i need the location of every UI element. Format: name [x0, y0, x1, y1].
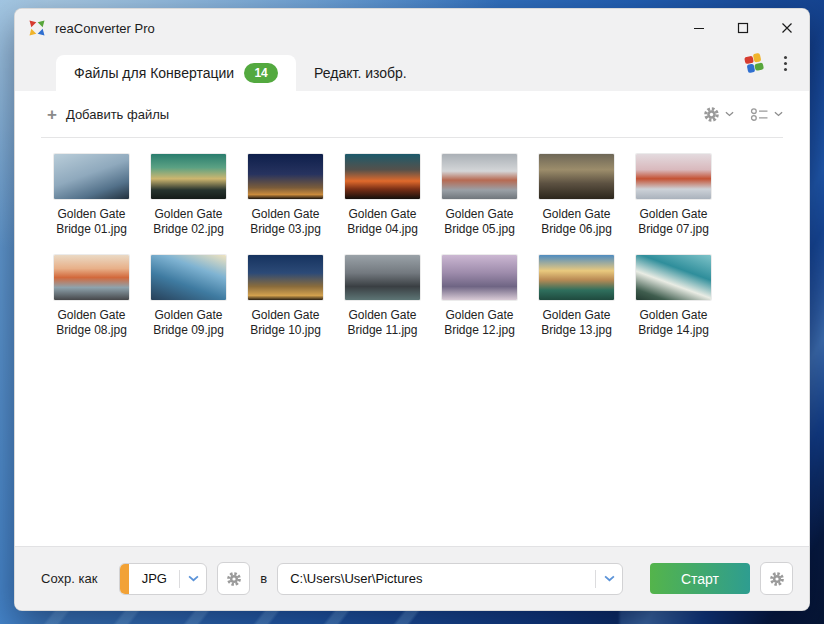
file-thumbnail[interactable] [248, 154, 323, 199]
file-thumbnail[interactable] [442, 255, 517, 300]
chevron-down-icon [725, 111, 734, 117]
minimize-button[interactable] [677, 9, 721, 47]
gear-icon [226, 571, 242, 587]
chevron-down-icon[interactable] [180, 575, 206, 582]
add-files-label: Добавить файлы [66, 107, 169, 122]
file-item[interactable]: Golden Gate Bridge 04.jpg [334, 154, 431, 237]
view-mode-dropdown[interactable] [750, 107, 783, 122]
gear-icon [769, 571, 785, 587]
advanced-settings-button[interactable] [760, 562, 793, 595]
file-item[interactable]: Golden Gate Bridge 09.jpg [140, 255, 237, 338]
add-files-button[interactable]: + Добавить файлы [41, 102, 175, 127]
file-thumbnail[interactable] [151, 255, 226, 300]
file-thumbnail[interactable] [345, 255, 420, 300]
app-logo-icon [27, 18, 47, 38]
file-count-badge: 14 [244, 63, 278, 83]
file-thumbnail[interactable] [636, 255, 711, 300]
file-item[interactable]: Golden Gate Bridge 12.jpg [431, 255, 528, 338]
file-item[interactable]: Golden Gate Bridge 08.jpg [43, 255, 140, 338]
file-item[interactable]: Golden Gate Bridge 13.jpg [528, 255, 625, 338]
file-thumbnail[interactable] [151, 154, 226, 199]
features-pinwheel-icon[interactable] [742, 51, 766, 75]
destination-path-combo[interactable] [277, 563, 623, 595]
list-settings-dropdown[interactable] [703, 106, 734, 123]
tab-label: Редакт. изобр. [314, 65, 407, 81]
tab-label: Файлы для Конвертации [74, 65, 234, 81]
format-settings-button[interactable] [217, 562, 250, 595]
file-item[interactable]: Golden Gate Bridge 03.jpg [237, 154, 334, 237]
file-name: Golden Gate Bridge 03.jpg [240, 207, 332, 237]
file-name: Golden Gate Bridge 11.jpg [337, 308, 429, 338]
file-item[interactable]: Golden Gate Bridge 06.jpg [528, 154, 625, 237]
main-content: + Добавить файлы [15, 91, 809, 546]
file-item[interactable]: Golden Gate Bridge 01.jpg [43, 154, 140, 237]
file-item[interactable]: Golden Gate Bridge 02.jpg [140, 154, 237, 237]
file-item[interactable]: Golden Gate Bridge 14.jpg [625, 255, 722, 338]
file-item[interactable]: Golden Gate Bridge 10.jpg [237, 255, 334, 338]
app-window: reaConverter Pro Файлы для Конвертац [14, 8, 810, 611]
file-item[interactable]: Golden Gate Bridge 07.jpg [625, 154, 722, 237]
format-accent-stripe [120, 564, 129, 594]
file-grid: Golden Gate Bridge 01.jpg Golden Gate Br… [15, 138, 809, 338]
plus-icon: + [47, 106, 57, 123]
file-name: Golden Gate Bridge 07.jpg [628, 207, 720, 237]
file-thumbnail[interactable] [54, 154, 129, 199]
file-name: Golden Gate Bridge 10.jpg [240, 308, 332, 338]
desktop-wallpaper: reaConverter Pro Файлы для Конвертац [0, 0, 824, 624]
tab-files-for-conversion[interactable]: Файлы для Конвертации 14 [56, 55, 296, 91]
gear-icon [703, 106, 720, 123]
file-thumbnail[interactable] [248, 255, 323, 300]
format-value: JPG [129, 571, 179, 586]
file-name: Golden Gate Bridge 06.jpg [531, 207, 623, 237]
chevron-down-icon[interactable] [596, 575, 622, 582]
files-toolbar: + Добавить файлы [15, 91, 809, 137]
file-name: Golden Gate Bridge 12.jpg [434, 308, 526, 338]
list-view-icon [750, 107, 769, 122]
file-thumbnail[interactable] [442, 154, 517, 199]
file-name: Golden Gate Bridge 01.jpg [46, 207, 138, 237]
destination-path-input[interactable] [278, 564, 595, 594]
file-name: Golden Gate Bridge 05.jpg [434, 207, 526, 237]
file-thumbnail[interactable] [345, 154, 420, 199]
save-as-label: Сохр. как [41, 571, 97, 586]
destination-in-label: в [260, 571, 267, 586]
file-item[interactable]: Golden Gate Bridge 11.jpg [334, 255, 431, 338]
title-bar: reaConverter Pro [15, 9, 809, 47]
file-name: Golden Gate Bridge 02.jpg [143, 207, 235, 237]
file-thumbnail[interactable] [539, 255, 614, 300]
file-item[interactable]: Golden Gate Bridge 05.jpg [431, 154, 528, 237]
file-name: Golden Gate Bridge 14.jpg [628, 308, 720, 338]
output-format-select[interactable]: JPG [119, 563, 207, 595]
more-menu-kebab-icon[interactable] [778, 52, 793, 75]
start-button[interactable]: Старт [650, 563, 750, 594]
file-name: Golden Gate Bridge 08.jpg [46, 308, 138, 338]
file-thumbnail[interactable] [636, 154, 711, 199]
maximize-button[interactable] [721, 9, 765, 47]
window-title: reaConverter Pro [55, 21, 155, 36]
tab-edit-images[interactable]: Редакт. изобр. [296, 55, 425, 91]
tab-bar: Файлы для Конвертации 14 Редакт. изобр. [15, 47, 809, 91]
file-name: Golden Gate Bridge 04.jpg [337, 207, 429, 237]
file-thumbnail[interactable] [539, 154, 614, 199]
close-button[interactable] [765, 9, 809, 47]
file-name: Golden Gate Bridge 09.jpg [143, 308, 235, 338]
chevron-down-icon [774, 111, 783, 117]
conversion-footer: Сохр. как JPG в [15, 546, 809, 610]
file-name: Golden Gate Bridge 13.jpg [531, 308, 623, 338]
file-thumbnail[interactable] [54, 255, 129, 300]
window-chrome: reaConverter Pro Файлы для Конвертац [15, 9, 809, 91]
